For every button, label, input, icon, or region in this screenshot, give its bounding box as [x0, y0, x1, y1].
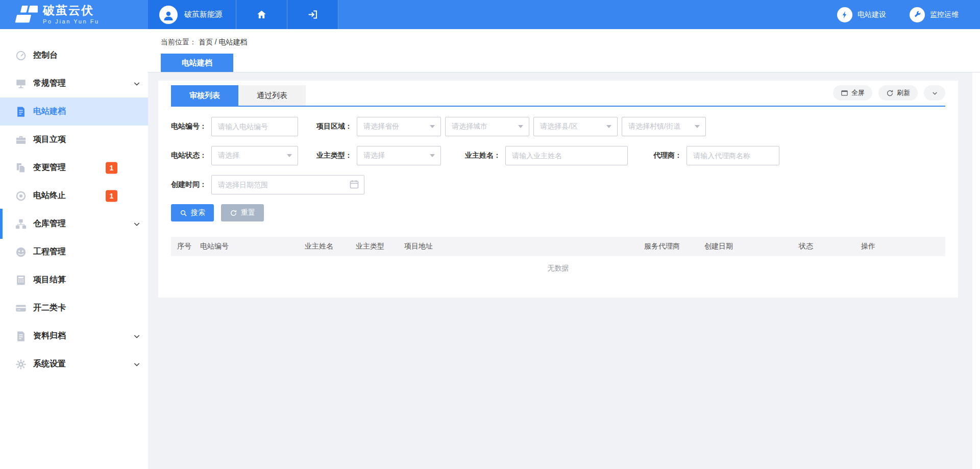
- module-monitor-ops[interactable]: 监控运维: [910, 7, 959, 22]
- chevron-down-icon: [931, 89, 939, 97]
- sidebar-item-open-type2-card[interactable]: 开二类卡: [0, 294, 148, 322]
- wrench-icon: [910, 7, 925, 22]
- home-icon: [256, 9, 267, 20]
- sidebar-item-system-settings[interactable]: 系统设置: [0, 350, 148, 378]
- sidebar-item-general-mgmt[interactable]: 常规管理: [0, 69, 148, 97]
- archive-document-icon: [15, 331, 27, 342]
- sidebar-item-project-settlement[interactable]: 项目结算: [0, 266, 148, 294]
- sitemap-icon: [15, 218, 27, 230]
- caret-down-icon: [430, 154, 435, 157]
- module-label: 监控运维: [930, 10, 959, 19]
- search-icon: [180, 209, 187, 217]
- page-tab-station-archive[interactable]: 电站建档: [161, 54, 233, 72]
- chevron-down-icon: [133, 360, 141, 368]
- filter-form: 电站编号： 项目区域： 请选择省份 请选择城市 请选择县/区: [171, 107, 945, 221]
- briefcase-icon: [15, 134, 27, 145]
- refresh-icon: [886, 89, 894, 97]
- sidebar-item-project-initiation[interactable]: 项目立项: [0, 126, 148, 154]
- agent-input[interactable]: [687, 146, 779, 165]
- sidebar-item-station-termination[interactable]: 电站终止 1: [0, 182, 148, 210]
- home-button[interactable]: [236, 0, 287, 29]
- brand-logo[interactable]: 破茧云伏 Po Jian Yun Fu: [0, 0, 148, 29]
- status-select[interactable]: 请选择: [211, 146, 298, 165]
- city-select[interactable]: 请选择城市: [445, 117, 529, 136]
- tab-passed-list[interactable]: 通过列表: [238, 85, 306, 106]
- province-select[interactable]: 请选择省份: [357, 117, 441, 136]
- app-header: 破茧云伏 Po Jian Yun Fu 破茧新能源: [0, 0, 980, 29]
- module-station-build[interactable]: 电站建设: [837, 7, 886, 22]
- caret-down-icon: [606, 125, 611, 128]
- user-menu[interactable]: 破茧新能源: [148, 0, 236, 29]
- town-select[interactable]: 请选择村镇/街道: [622, 117, 706, 136]
- column-header-project-address: 项目地址: [398, 237, 638, 256]
- column-header-service-agent: 服务代理商: [638, 237, 698, 256]
- refresh-button[interactable]: 刷新: [878, 85, 918, 101]
- gauge-icon: [15, 50, 27, 61]
- caret-down-icon: [287, 154, 292, 157]
- created-time-label: 创建时间：: [171, 180, 207, 189]
- reset-button[interactable]: 重置: [221, 204, 264, 221]
- county-select[interactable]: 请选择县/区: [533, 117, 618, 136]
- badge-count: 1: [106, 162, 117, 174]
- breadcrumb-path[interactable]: 首页 / 电站建档: [199, 38, 248, 46]
- monitor-icon: [15, 78, 27, 89]
- calendar-icon: [349, 179, 359, 189]
- sidebar-item-dashboard[interactable]: 控制台: [0, 41, 148, 69]
- tab-review-list[interactable]: 审核列表: [171, 85, 238, 106]
- caret-down-icon: [695, 125, 700, 128]
- breadcrumb-label: 当前位置：: [161, 38, 197, 46]
- table-header-row: 序号 电站编号 业主姓名 业主类型 项目地址 服务代理商 创建日期 状态 操作: [171, 237, 945, 256]
- caret-down-icon: [430, 125, 435, 128]
- sidebar-item-station-archive[interactable]: 电站建档: [0, 97, 148, 126]
- chevron-down-icon: [133, 332, 141, 340]
- logout-icon: [307, 9, 318, 20]
- owner-type-label: 业主类型：: [316, 151, 352, 160]
- status-label: 电站状态：: [171, 151, 207, 160]
- sidebar-item-warehouse-mgmt[interactable]: 仓库管理: [0, 210, 148, 238]
- agent-label: 代理商：: [653, 151, 682, 160]
- region-label: 项目区域：: [316, 122, 352, 131]
- column-header-created-date: 创建日期: [698, 237, 793, 256]
- owner-name-label: 业主姓名：: [465, 151, 501, 160]
- empty-state-row: 无数据: [171, 256, 945, 281]
- module-label: 电站建设: [857, 10, 886, 19]
- date-range-input[interactable]: [211, 175, 364, 194]
- owner-name-input[interactable]: [505, 146, 628, 165]
- list-tabs: 审核列表 通过列表: [171, 85, 306, 106]
- lightning-bolt-icon: [837, 7, 852, 22]
- column-header-owner-name: 业主姓名: [299, 237, 350, 256]
- collapse-button[interactable]: [924, 85, 945, 101]
- column-header-station-no: 电站编号: [194, 237, 299, 256]
- station-no-input[interactable]: [211, 117, 298, 136]
- sidebar: 控制台 常规管理 电站建档: [0, 29, 148, 469]
- pie-chart-icon: [15, 246, 27, 258]
- reset-icon: [230, 209, 237, 217]
- user-icon: [162, 10, 175, 22]
- top-navbar: 破茧新能源 电站建设: [148, 0, 980, 29]
- copy-icon: [15, 162, 27, 174]
- sidebar-item-engineering-mgmt[interactable]: 工程管理: [0, 238, 148, 266]
- search-button[interactable]: 搜索: [171, 204, 214, 221]
- fullscreen-icon: [841, 89, 848, 97]
- brand-name: 破茧云伏: [43, 5, 100, 16]
- target-icon: [15, 190, 27, 202]
- fullscreen-button[interactable]: 全屏: [833, 85, 872, 101]
- company-name: 破茧新能源: [184, 10, 223, 19]
- badge-count: 1: [106, 190, 117, 202]
- station-archive-panel: 审核列表 通过列表 全屏 刷新: [158, 81, 958, 298]
- logout-button[interactable]: [287, 0, 338, 29]
- sidebar-item-change-mgmt[interactable]: 变更管理 1: [0, 154, 148, 182]
- chevron-down-icon: [133, 220, 141, 228]
- sidebar-item-data-archive[interactable]: 资料归档: [0, 322, 148, 350]
- logo-mark-icon: [10, 5, 38, 25]
- caret-down-icon: [518, 125, 523, 128]
- records-table: 序号 电站编号 业主姓名 业主类型 项目地址 服务代理商 创建日期 状态 操作: [171, 237, 945, 281]
- column-header-owner-type: 业主类型: [350, 237, 398, 256]
- owner-type-select[interactable]: 请选择: [357, 146, 441, 165]
- column-header-status: 状态: [793, 237, 855, 256]
- empty-state-text: 无数据: [171, 256, 945, 281]
- column-header-actions: 操作: [855, 237, 945, 256]
- credit-card-icon: [15, 303, 27, 314]
- avatar: [159, 6, 178, 24]
- breadcrumb: 当前位置： 首页 / 电站建档: [161, 38, 980, 47]
